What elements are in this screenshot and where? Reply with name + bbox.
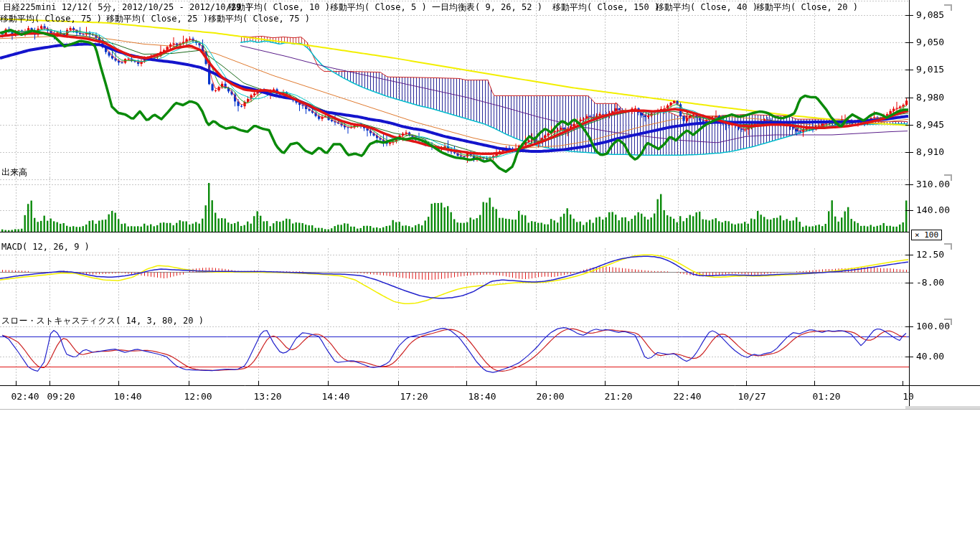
- x-axis-label: 12:00: [182, 392, 215, 402]
- y-axis-label: 140.00: [916, 205, 950, 215]
- y-axis-label: 9,085: [916, 10, 944, 20]
- y-axis-label: 9,015: [916, 65, 944, 75]
- x-axis-label: 14:40: [319, 392, 352, 402]
- y-axis-label: 310.00: [916, 179, 950, 189]
- volume-panel-label: 出来高: [1, 167, 27, 177]
- y-axis-label: 12.50: [916, 250, 944, 260]
- y-axis-label: -8.00: [916, 278, 944, 288]
- x-axis-label: 01:20: [810, 392, 843, 402]
- y-axis-label: 8,945: [916, 120, 944, 130]
- volume-panel-scale-handle[interactable]: [944, 174, 952, 181]
- x-axis-label: 10/27: [735, 392, 768, 402]
- chart-window: 日経225mini 12/12( 5分, 2012/10/25 - 2012/1…: [0, 0, 980, 551]
- macd-panel-scale-handle[interactable]: [944, 243, 952, 250]
- legend-item-ma40: 移動平均( Close, 40 ): [656, 2, 758, 12]
- stoch-panel-scale-handle[interactable]: [944, 319, 952, 325]
- y-axis-label: 8,980: [916, 93, 944, 103]
- y-axis-label: 40.00: [916, 352, 944, 362]
- legend-item-ma75a: 移動平均( Close, 75 ): [0, 14, 102, 24]
- x-axis-label: 02:40: [9, 392, 42, 402]
- y-axis-label: 8,910: [916, 147, 944, 157]
- legend-item-ma25: 移動平均( Close, 25 ): [106, 14, 208, 24]
- stochastics-panel-label: スロー・ストキャスティクス( 14, 3, 80, 20 ): [1, 316, 204, 326]
- x-axis-label: 20:00: [534, 392, 567, 402]
- x-axis-label: 17:20: [397, 392, 430, 402]
- legend-item-ma10: 移動平均( Close, 10 ): [228, 2, 330, 12]
- legend-item-ma20: 移動平均( Close, 20 ): [756, 2, 858, 12]
- legend-item-ichimoku: 一目均衡表( 9, 26, 52 ): [432, 2, 542, 12]
- x-axis-label: 09:20: [44, 392, 77, 402]
- x-axis-label: 10: [892, 392, 925, 402]
- legend-item-ma5: 移動平均( Close, 5 ): [330, 2, 427, 12]
- x-axis-label: 22:40: [671, 392, 704, 402]
- macd-panel-label: MACD( 12, 26, 9 ): [1, 242, 90, 252]
- volume-unit-badge: × 100: [911, 230, 942, 240]
- y-axis-label: 9,050: [916, 37, 944, 47]
- x-axis-label: 10:40: [111, 392, 144, 402]
- chart-canvas[interactable]: [0, 0, 980, 551]
- legend-item-ma75b: 移動平均( Close, 75 ): [208, 14, 310, 24]
- x-axis-label: 13:20: [251, 392, 284, 402]
- price-panel-scale-handle[interactable]: [944, 4, 952, 11]
- legend-item-ma150: 移動平均( Close, 150 ): [552, 2, 659, 12]
- x-axis-label: 21:20: [602, 392, 635, 402]
- x-axis-label: 18:40: [466, 392, 499, 402]
- instrument-title: 日経225mini 12/12( 5分, 2012/10/25 - 2012/1…: [3, 2, 252, 12]
